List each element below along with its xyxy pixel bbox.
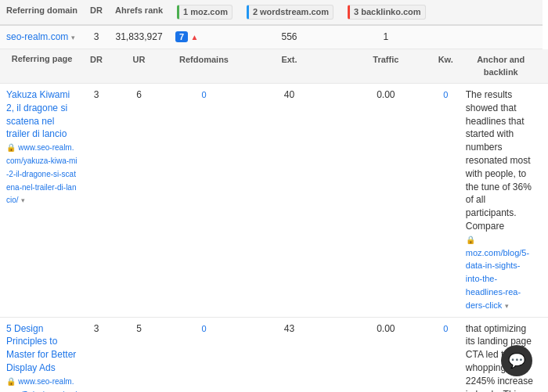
page-title-1: 5 Design Principles to Master for Better… <box>6 323 76 373</box>
dr-0: 3 <box>84 83 109 317</box>
traffic-1: 0.00 <box>340 317 432 392</box>
columns-header-row: Referring page DR UR Refdomains Ext. Tra… <box>0 49 548 84</box>
domain-cell: seo-realm.com ▾ <box>0 25 84 49</box>
col-ext: Ext. <box>239 49 340 84</box>
site2-num: 2 <box>253 6 258 18</box>
chat-icon: 💬 <box>508 352 525 369</box>
domain-dropdown-arrow[interactable]: ▾ <box>71 34 75 41</box>
col-traffic: Traffic <box>340 49 432 84</box>
table-row: 5 Design Principles to Master for Better… <box>0 317 548 392</box>
domain-site1: 7 ▲ <box>169 25 239 49</box>
col-kw: Kw. <box>432 49 460 84</box>
domain-site3: 1 <box>340 25 432 49</box>
firstseen-1: 9 Aug '18 7 d <box>543 317 548 392</box>
domain-site2: 556 <box>239 25 340 49</box>
site1-name: moz.com <box>190 6 228 18</box>
col-ur: UR <box>109 49 169 84</box>
table-row: Yakuza Kiwami 2, il dragone si scatena n… <box>0 83 548 317</box>
site1-badge: 1 moz.com <box>177 5 233 20</box>
ext-1: 43 <box>239 317 340 392</box>
top-header-row: Referring domain DR Ahrefs rank 1 moz.co… <box>0 0 548 25</box>
page-cell-0: Yakuza Kiwami 2, il dragone si scatena n… <box>0 83 84 317</box>
anchor-link-0[interactable]: moz.com/blog/5-data-in-sights-into-the-h… <box>466 248 529 310</box>
ur-1: 5 <box>109 317 169 392</box>
page-title-link-1[interactable]: 5 Design Principles to Master for Better… <box>6 323 76 373</box>
col-referring-page: Referring page <box>0 49 84 84</box>
col-dr-header: DR <box>84 0 109 25</box>
anchor-0: The results showed that headlines that s… <box>460 83 543 317</box>
col-site3-header: 3 backlinko.com <box>340 0 432 25</box>
site3-name: backlinko.com <box>361 6 420 18</box>
ur-0: 6 <box>109 83 169 317</box>
kw-1: 0 <box>432 317 460 392</box>
domain-link[interactable]: seo-realm.com ▾ <box>6 31 75 42</box>
col-anchor: Anchor and backlink <box>460 49 543 84</box>
col-site1-header: 1 moz.com <box>169 0 239 25</box>
domain-ahrefs-rank: 31,833,927 <box>109 25 169 49</box>
col-dr: DR <box>84 49 109 84</box>
domain-site1-badge: 7 <box>175 31 188 42</box>
url-dropdown-0[interactable]: ▾ <box>21 196 25 204</box>
domain-site1-arrow: ▲ <box>191 33 199 41</box>
domain-dr: 3 <box>84 25 109 49</box>
backlinks-table: Referring domain DR Ahrefs rank 1 moz.co… <box>0 0 548 392</box>
domain-name: seo-realm.com <box>6 31 68 42</box>
refdomains-1: 0 <box>169 317 239 392</box>
lock-icon-1: 🔒 <box>6 377 16 386</box>
anchor-text-0: The results showed that headlines that s… <box>466 89 532 232</box>
anchor-lock-0: 🔒 <box>466 236 475 244</box>
page-cell-1: 5 Design Principles to Master for Better… <box>0 317 84 392</box>
refdomains-0: 0 <box>169 83 239 317</box>
page-title-link-0[interactable]: Yakuza Kiwami 2, il dragone si scatena n… <box>6 89 70 139</box>
col-refdomains: Refdomains <box>169 49 239 84</box>
site2-badge: 2 wordstream.com <box>247 5 333 20</box>
traffic-0: 0.00 <box>340 83 432 317</box>
dr-1: 3 <box>84 317 109 392</box>
lock-icon-0: 🔒 <box>6 143 16 152</box>
col-ahrefs-rank-header: Ahrefs rank <box>109 0 169 25</box>
anchor-link-text-0: moz.com/blog/5-data-in-sights-into-the-h… <box>466 248 529 310</box>
col-firstseen: First seen Last check <box>543 49 548 84</box>
site2-name: wordstream.com <box>260 6 329 18</box>
chat-button[interactable]: 💬 <box>501 345 532 376</box>
page-url-0: www.seo-realm.com/yakuza-kiwa-mi-2-il-dr… <box>6 143 78 204</box>
page-title-0: Yakuza Kiwami 2, il dragone si scatena n… <box>6 89 70 139</box>
site1-num: 1 <box>183 6 188 18</box>
col-site2-header: 2 wordstream.com <box>239 0 340 25</box>
site3-num: 3 <box>354 6 359 18</box>
domain-row: seo-realm.com ▾ 3 31,833,927 7 ▲ 556 1 <box>0 25 548 49</box>
page-url-1: www.seo-realm.com/5-design-prin-ciples-t… <box>6 377 78 392</box>
ext-0: 40 <box>239 83 340 317</box>
firstseen-0: 12 Sep '18 5 d <box>543 83 548 317</box>
kw-0: 0 <box>432 83 460 317</box>
anchor-dropdown-0[interactable]: ▾ <box>505 302 509 310</box>
site3-badge: 3 backlinko.com <box>348 5 426 20</box>
col-referring-domain: Referring domain <box>0 0 84 25</box>
